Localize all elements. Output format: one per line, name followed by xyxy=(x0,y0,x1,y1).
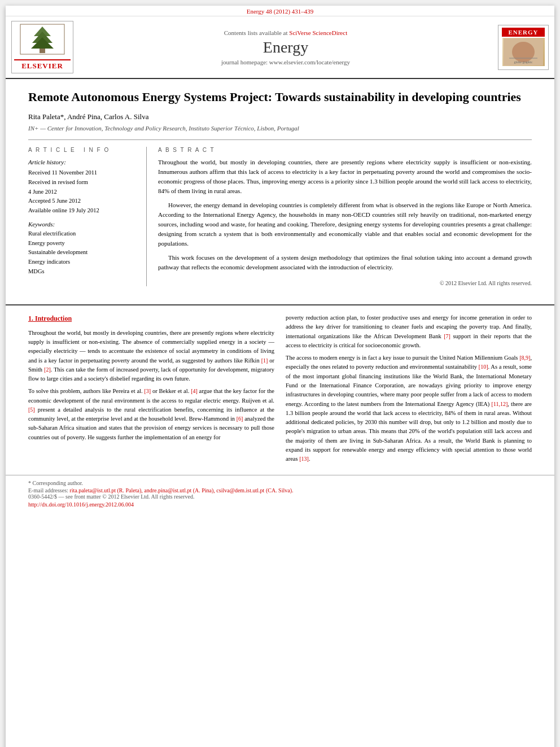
ref-1: [1] xyxy=(261,357,268,364)
ref-6: [6] xyxy=(237,416,243,422)
footnote-star: * Corresponding author. xyxy=(28,480,532,486)
keyword-1: Rural electrification xyxy=(28,229,138,239)
journal-top-bar: Energy 48 (2012) 431–439 xyxy=(6,6,554,16)
journal-header: ELSEVIER Contents lists available at Sci… xyxy=(6,16,554,79)
section1-title: 1. Introduction xyxy=(28,313,274,324)
email-addresses: rita.paleta@ist.utl.pt (R. Paleta), andr… xyxy=(69,487,293,493)
abstract-text: Throughout the world, but mostly in deve… xyxy=(158,158,532,273)
journal-name: Energy xyxy=(79,38,492,56)
journal-center-info: Contents lists available at SciVerse Sci… xyxy=(79,29,492,65)
abstract-heading: A B S T R A C T xyxy=(158,147,532,153)
svg-text:globe graphic: globe graphic xyxy=(514,60,533,64)
affiliation: IN+ — Center for Innovation, Technology … xyxy=(28,125,532,132)
ref-11-12: [11,12] xyxy=(492,401,508,407)
keyword-4: Energy indicators xyxy=(28,257,138,267)
revised-date: 4 June 2012 xyxy=(28,187,138,196)
ref-2: [2] xyxy=(44,366,51,373)
article-history-block: Article history: Received 11 November 20… xyxy=(28,158,138,215)
available-date: Available online 19 July 2012 xyxy=(28,206,138,215)
elsevier-logo: ELSEVIER xyxy=(11,21,73,73)
article-info-column: A R T I C L E I N F O Article history: R… xyxy=(28,147,147,287)
energy-logo-image: globe graphic xyxy=(502,38,545,66)
journal-homepage: journal homepage: www.elsevier.com/locat… xyxy=(79,59,492,65)
energy-logo-label: ENERGY xyxy=(502,28,545,37)
ref-4: [4] xyxy=(191,388,198,394)
footnote-email-block: E-mail addresses: rita.paleta@ist.utl.pt… xyxy=(28,487,532,493)
footer-issn: 0360-5442/$ — see front matter © 2012 El… xyxy=(28,493,532,500)
article-title: Remote Autonomous Energy Systems Project… xyxy=(28,89,532,106)
sciverse-link[interactable]: SciVerse ScienceDirect xyxy=(289,29,347,36)
sciverse-line: Contents lists available at SciVerse Sci… xyxy=(79,29,492,36)
page: Energy 48 (2012) 431–439 ELSEVIER xyxy=(6,6,554,747)
article-authors: Rita Paleta*, André Pina, Carlos A. Silv… xyxy=(28,112,532,121)
accepted-date: Accepted 5 June 2012 xyxy=(28,196,138,206)
keywords-block: Keywords: Rural electrification Energy p… xyxy=(28,221,138,277)
abstract-para-3: This work focuses on the development of … xyxy=(158,253,532,272)
email-label: E-mail addresses: xyxy=(28,487,68,493)
elsevier-label: ELSEVIER xyxy=(14,59,71,71)
keyword-3: Sustainable development xyxy=(28,248,138,257)
ref-7: [7] xyxy=(444,333,450,339)
revised-label: Received in revised form xyxy=(28,178,138,187)
elsevier-tree-icon xyxy=(20,24,65,55)
article-footer: * Corresponding author. E-mail addresses… xyxy=(6,475,554,515)
ref-5: [5] xyxy=(28,407,35,413)
body-section: 1. Introduction Throughout the world, bu… xyxy=(6,304,554,475)
doi-link[interactable]: http://dx.doi.org/10.1016/j.energy.2012.… xyxy=(28,501,134,508)
keyword-2: Energy poverty xyxy=(28,239,138,248)
authors-text: Rita Paleta*, André Pina, Carlos A. Silv… xyxy=(28,112,148,121)
body-col1-para1: Throughout the world, but mostly in deve… xyxy=(28,329,274,384)
ref-3: [3] xyxy=(144,388,151,394)
energy-logo-box: ENERGY globe graphic xyxy=(498,25,549,70)
ref-13: [13] xyxy=(299,456,309,462)
body-col-left: 1. Introduction Throughout the world, bu… xyxy=(28,313,274,467)
issn-text: 0360-5442/$ — see front matter © 2012 El… xyxy=(28,493,194,500)
article-meta-section: A R T I C L E I N F O Article history: R… xyxy=(28,139,532,287)
article-history-heading: Article history: xyxy=(28,158,138,167)
corresponding-author-note: * Corresponding author. xyxy=(28,480,83,486)
svg-point-6 xyxy=(512,42,535,62)
abstract-column: A B S T R A C T Throughout the world, bu… xyxy=(158,147,532,287)
abstract-para-1: Throughout the world, but mostly in deve… xyxy=(158,158,532,196)
article-content: Remote Autonomous Energy Systems Project… xyxy=(6,79,554,304)
ref-8-9: [8,9] xyxy=(519,355,530,361)
journal-citation: Energy 48 (2012) 431–439 xyxy=(247,8,314,15)
keywords-heading: Keywords: xyxy=(28,221,138,228)
footer-doi: http://dx.doi.org/10.1016/j.energy.2012.… xyxy=(28,501,532,508)
received-date: Received 11 November 2011 xyxy=(28,168,138,177)
keyword-5: MDGs xyxy=(28,267,138,277)
body-col2-para1: poverty reduction action plan, to foster… xyxy=(286,313,532,350)
body-col-right: poverty reduction action plan, to foster… xyxy=(286,313,532,467)
article-info-heading: A R T I C L E I N F O xyxy=(28,147,138,153)
ref-10: [10] xyxy=(479,364,488,370)
body-col1-para2: To solve this problem, authors like Pere… xyxy=(28,387,274,442)
body-col2-para2: The access to modern energy is in fact a… xyxy=(286,353,532,464)
abstract-para-2: However, the energy demand in developing… xyxy=(158,200,532,248)
copyright-line: © 2012 Elsevier Ltd. All rights reserved… xyxy=(158,277,532,286)
